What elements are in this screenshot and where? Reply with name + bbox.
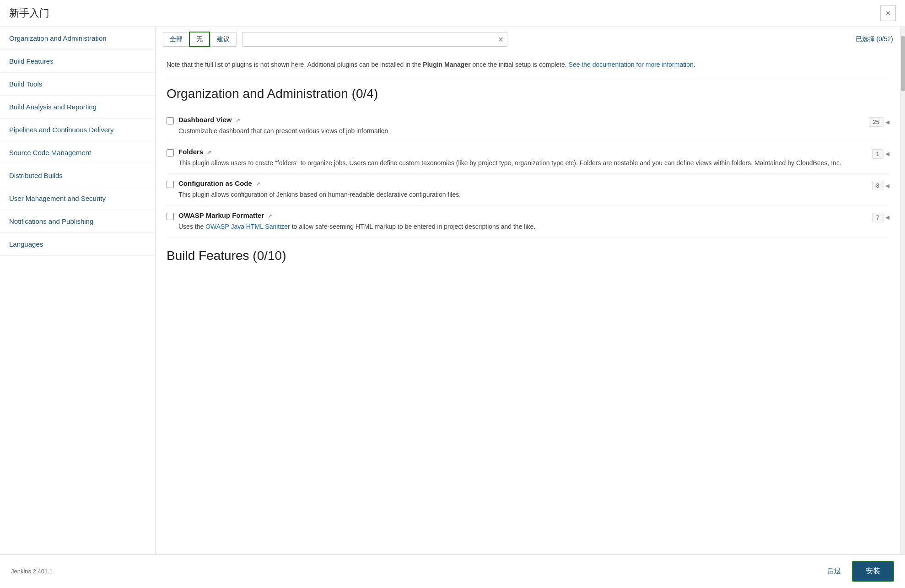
plugin-count-folders: 1 ◀: [872, 148, 889, 159]
count-num-owasp-formatter: 7: [872, 213, 883, 222]
plugin-name-dashboard-view: Dashboard View: [178, 116, 232, 124]
plugin-desc-folders: This plugin allows users to create "fold…: [178, 158, 867, 168]
page-title: 新手入门: [9, 6, 49, 20]
plugin-info-dashboard-view: Dashboard View ↗ Customizable dashboard …: [178, 116, 864, 136]
back-button[interactable]: 后退: [822, 563, 846, 579]
section-heading-build-features: Build Features (0/10): [167, 248, 889, 263]
filter-tab-suggest[interactable]: 建议: [210, 32, 237, 47]
section-heading-org-admin: Organization and Administration (0/4): [167, 86, 889, 101]
owasp-desc-prefix: Uses the: [178, 223, 205, 230]
plugin-checkbox-owasp-formatter[interactable]: [167, 213, 174, 220]
search-wrapper: ✕: [242, 32, 507, 47]
plugin-desc-dashboard-view: Customizable dashboard that can present …: [178, 126, 864, 136]
search-clear-button[interactable]: ✕: [498, 35, 504, 44]
sidebar-item-source-code[interactable]: Source Code Management: [0, 141, 155, 164]
docs-link[interactable]: See the documentation for more informati…: [569, 61, 695, 68]
plugin-info-config-as-code: Configuration as Code ↗ This plugin allo…: [178, 179, 867, 200]
plugin-name-config-as-code: Configuration as Code: [178, 179, 252, 187]
external-link-icon-dashboard-view[interactable]: ↗: [236, 117, 240, 124]
title-bar: 新手入门 ×: [0, 0, 905, 27]
install-button[interactable]: 安装: [852, 561, 894, 582]
close-button[interactable]: ×: [880, 5, 896, 21]
plugin-name-owasp-formatter: OWASP Markup Formatter: [178, 211, 264, 219]
plugin-count-config-as-code: 8 ◀: [872, 179, 889, 190]
sidebar-item-pipelines[interactable]: Pipelines and Continuous Delivery: [0, 119, 155, 141]
count-arrow-config-as-code: ◀: [885, 183, 889, 189]
count-num-folders: 1: [872, 149, 883, 159]
notice-text2: once the initial setup is complete.: [471, 61, 569, 68]
plugin-checkbox-dashboard-view[interactable]: [167, 117, 174, 124]
sidebar-item-org-admin[interactable]: Organization and Administration: [0, 27, 155, 50]
notice: Note that the full list of plugins is no…: [167, 59, 889, 77]
notice-text1: Note that the full list of plugins is no…: [167, 61, 423, 68]
sidebar-item-user-mgmt[interactable]: User Management and Security: [0, 187, 155, 210]
plugin-item-dashboard-view: Dashboard View ↗ Customizable dashboard …: [167, 110, 889, 142]
plugin-desc-config-as-code: This plugin allows configuration of Jenk…: [178, 189, 867, 200]
scroll-thumb: [901, 36, 905, 91]
sidebar-item-languages[interactable]: Languages: [0, 233, 155, 256]
plugin-manager-link[interactable]: Plugin Manager: [423, 61, 470, 68]
plugin-item-owasp-formatter: OWASP Markup Formatter ↗ Uses the OWASP …: [167, 206, 889, 237]
owasp-desc-suffix: to allow safe-seeming HTML markup to be …: [290, 223, 535, 230]
content-area: 全部 无 建议 ✕ 已选择 (0/52) Note that the full …: [156, 27, 900, 554]
filter-bar: 全部 无 建议 ✕ 已选择 (0/52): [156, 27, 900, 52]
footer-actions: 后退 安装: [822, 561, 894, 582]
plugin-content: Note that the full list of plugins is no…: [156, 52, 900, 554]
external-link-icon-config-as-code[interactable]: ↗: [256, 181, 260, 187]
owasp-sanitizer-link[interactable]: OWASP Java HTML Sanitizer: [205, 223, 290, 230]
plugin-info-owasp-formatter: OWASP Markup Formatter ↗ Uses the OWASP …: [178, 211, 867, 232]
sidebar-item-build-features[interactable]: Build Features: [0, 50, 155, 73]
count-arrow-dashboard-view: ◀: [885, 119, 889, 125]
main-layout: Organization and Administration Build Fe…: [0, 27, 905, 554]
external-link-icon-owasp-formatter[interactable]: ↗: [268, 213, 272, 219]
sidebar-item-notifications[interactable]: Notifications and Publishing: [0, 210, 155, 233]
plugin-desc-owasp-formatter: Uses the OWASP Java HTML Sanitizer to al…: [178, 221, 867, 232]
count-num-dashboard-view: 25: [869, 117, 883, 127]
plugin-info-folders: Folders ↗ This plugin allows users to cr…: [178, 148, 867, 168]
footer: Jenkins 2.401.1 后退 安装: [0, 554, 905, 588]
plugin-checkbox-config-as-code[interactable]: [167, 181, 174, 188]
plugin-name-folders: Folders: [178, 148, 203, 156]
footer-version: Jenkins 2.401.1: [11, 568, 53, 575]
sidebar-item-build-analysis[interactable]: Build Analysis and Reporting: [0, 96, 155, 119]
search-input[interactable]: [242, 32, 507, 47]
count-arrow-owasp-formatter: ◀: [885, 214, 889, 221]
count-arrow-folders: ◀: [885, 151, 889, 157]
plugin-checkbox-folders[interactable]: [167, 149, 174, 156]
sidebar-item-build-tools[interactable]: Build Tools: [0, 73, 155, 96]
sidebar: Organization and Administration Build Fe…: [0, 27, 156, 554]
filter-tab-none[interactable]: 无: [189, 32, 210, 47]
selected-count: 已选择 (0/52): [846, 35, 893, 43]
plugin-count-owasp-formatter: 7 ◀: [872, 211, 889, 222]
sidebar-item-distributed[interactable]: Distributed Builds: [0, 164, 155, 187]
plugin-count-dashboard-view: 25 ◀: [869, 116, 889, 127]
plugin-item-folders: Folders ↗ This plugin allows users to cr…: [167, 142, 889, 174]
scroll-indicator[interactable]: [900, 27, 905, 554]
external-link-icon-folders[interactable]: ↗: [207, 149, 211, 156]
plugin-item-config-as-code: Configuration as Code ↗ This plugin allo…: [167, 174, 889, 205]
count-num-config-as-code: 8: [872, 181, 883, 190]
filter-tab-all[interactable]: 全部: [163, 32, 189, 47]
